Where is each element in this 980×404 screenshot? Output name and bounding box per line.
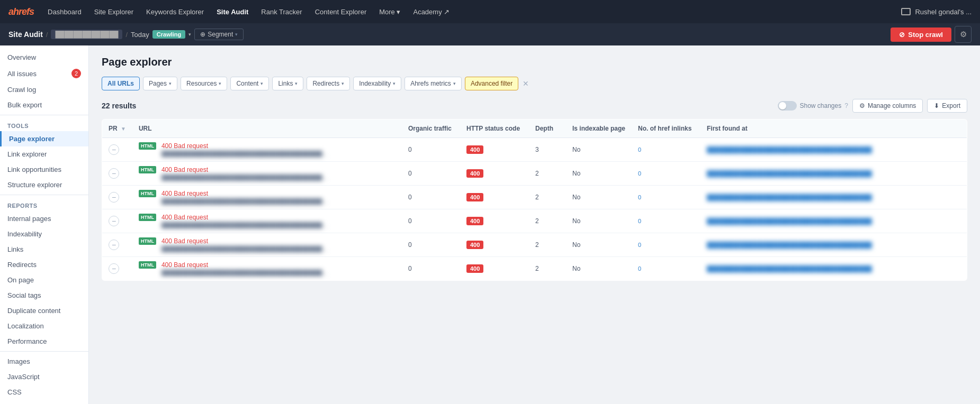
filter-advanced[interactable]: Advanced filter [465,77,518,90]
sidebar-section-tools: Tools [0,117,88,131]
filter-indexability[interactable]: Indexability ▾ [353,77,401,90]
show-changes-toggle[interactable] [778,101,797,111]
status-badge-1: 400 [466,169,483,178]
redirects-chevron-icon: ▾ [341,81,344,86]
filter-pages[interactable]: Pages ▾ [143,77,177,90]
cell-status-3: 400 [460,209,529,233]
settings-button[interactable]: ⚙ [955,26,972,43]
sidebar-item-duplicate-content[interactable]: Duplicate content [0,303,88,318]
stop-crawl-button[interactable]: ⊘ Stop crawl [891,27,951,42]
results-count: 22 results [102,102,136,110]
url-path-3[interactable]: ████████████████████████████████████████… [161,222,331,228]
sidebar-item-images[interactable]: Images [0,354,88,369]
first-found-1[interactable]: ████████████████████████████████████████ [707,170,872,177]
row-minus-button-2[interactable]: − [109,192,119,203]
url-path-1[interactable]: ████████████████████████████████████████… [161,175,331,181]
sidebar-divider-1 [0,115,88,115]
sidebar-item-links[interactable]: Links [0,242,88,257]
cell-minus-3[interactable]: − [102,209,132,233]
resources-chevron-icon: ▾ [219,81,221,86]
nav-more[interactable]: More ▾ [374,6,406,18]
sidebar-item-overview[interactable]: Overview [0,50,88,65]
nav-content-explorer[interactable]: Content Explorer [310,6,372,18]
filter-all-urls[interactable]: All URLs [102,77,140,90]
sidebar-item-localization[interactable]: Localization [0,318,88,334]
sidebar-item-redirects[interactable]: Redirects [0,257,88,272]
crawling-dropdown-icon[interactable]: ▾ [188,32,191,37]
first-found-2[interactable]: ████████████████████████████████████████ [707,194,872,200]
col-header-pr[interactable]: PR ▼ [102,120,132,138]
sidebar-item-all-issues[interactable]: All issues 2 [0,65,88,82]
nav-academy[interactable]: Academy ↗ [408,6,455,18]
cell-inlinks-5: 0 [632,257,700,281]
row-minus-button-0[interactable]: − [109,144,119,155]
url-title-4: 400 Bad request [161,237,331,245]
first-found-0[interactable]: ████████████████████████████████████████ [707,146,872,153]
sidebar-item-crawl-log[interactable]: Crawl log [0,82,88,97]
sidebar-item-external-pages[interactable]: External pages [0,400,88,404]
nav-keywords-explorer[interactable]: Keywords Explorer [141,6,209,18]
sidebar-item-css[interactable]: CSS [0,384,88,400]
sidebar-item-indexability[interactable]: Indexability [0,226,88,242]
sidebar-item-structure-explorer[interactable]: Structure explorer [0,177,88,192]
segment-button[interactable]: ⊕ Segment ▾ [194,29,244,40]
filter-resources[interactable]: Resources ▾ [181,77,227,90]
nav-site-explorer[interactable]: Site Explorer [89,6,139,18]
row-minus-button-3[interactable]: − [109,216,119,226]
url-path-0[interactable]: ████████████████████████████████████████… [161,151,331,157]
cell-minus-1[interactable]: − [102,162,132,186]
pages-chevron-icon: ▾ [169,81,172,86]
cell-depth-3: 2 [529,209,566,233]
cell-depth-2: 2 [529,186,566,209]
advanced-filter-close[interactable]: ✕ [522,79,530,88]
filter-all-urls-label: All URLs [107,80,134,87]
first-found-5[interactable]: ████████████████████████████████████████ [707,265,872,272]
row-minus-button-4[interactable]: − [109,240,119,250]
manage-columns-button[interactable]: ⚙ Manage columns [852,99,923,113]
filter-links[interactable]: Links ▾ [272,77,303,90]
filter-ahrefs-metrics[interactable]: Ahrefs metrics ▾ [404,77,462,90]
url-title-3: 400 Bad request [161,214,331,221]
cell-minus-2[interactable]: − [102,186,132,209]
url-path-4[interactable]: ████████████████████████████████████████… [161,246,331,252]
help-icon[interactable]: ? [844,102,848,109]
export-button[interactable]: ⬇ Export [927,99,967,113]
cell-minus-5[interactable]: − [102,257,132,281]
filter-content[interactable]: Content ▾ [230,77,269,90]
url-path-5[interactable]: ████████████████████████████████████████… [161,270,331,276]
sidebar-performance-label: Performance [7,337,47,345]
inlinks-link-3[interactable]: 0 [638,218,641,224]
status-badge-0: 400 [466,145,483,154]
url-path-2[interactable]: ████████████████████████████████████████… [161,198,331,205]
sidebar-overview-label: Overview [7,53,36,61]
inlinks-link-2[interactable]: 0 [638,194,641,200]
sidebar-item-on-page[interactable]: On page [0,272,88,288]
sidebar-item-link-explorer[interactable]: Link explorer [0,146,88,162]
row-minus-button-5[interactable]: − [109,263,119,274]
inlinks-link-5[interactable]: 0 [638,265,641,272]
inlinks-link-4[interactable]: 0 [638,242,641,248]
first-found-4[interactable]: ████████████████████████████████████████ [707,242,872,248]
stop-icon: ⊘ [899,31,905,39]
sidebar-item-page-explorer[interactable]: Page explorer [0,131,88,146]
crawling-badge[interactable]: Crawling [152,30,185,39]
sidebar-item-javascript[interactable]: JavaScript [0,369,88,384]
cell-minus-0[interactable]: − [102,138,132,162]
inlinks-link-1[interactable]: 0 [638,170,641,177]
row-minus-button-1[interactable]: − [109,168,119,179]
first-found-3[interactable]: ████████████████████████████████████████ [707,218,872,224]
sidebar-item-link-opportunities[interactable]: Link opportunities [0,162,88,177]
breadcrumb-site[interactable]: ██████████████ [51,30,122,39]
nav-site-audit[interactable]: Site Audit [211,6,254,18]
inlinks-link-0[interactable]: 0 [638,146,641,153]
sidebar-item-internal-pages[interactable]: Internal pages [0,211,88,226]
sidebar-item-performance[interactable]: Performance [0,334,88,349]
nav-dashboard[interactable]: Dashboard [42,6,87,18]
sidebar-item-social-tags[interactable]: Social tags [0,288,88,303]
filter-redirects[interactable]: Redirects ▾ [307,77,350,90]
nav-rank-tracker[interactable]: Rank Tracker [256,6,307,18]
sidebar-item-bulk-export[interactable]: Bulk export [0,97,88,113]
cell-status-2: 400 [460,186,529,209]
cell-minus-4[interactable]: − [102,233,132,257]
export-icon: ⬇ [934,102,939,109]
